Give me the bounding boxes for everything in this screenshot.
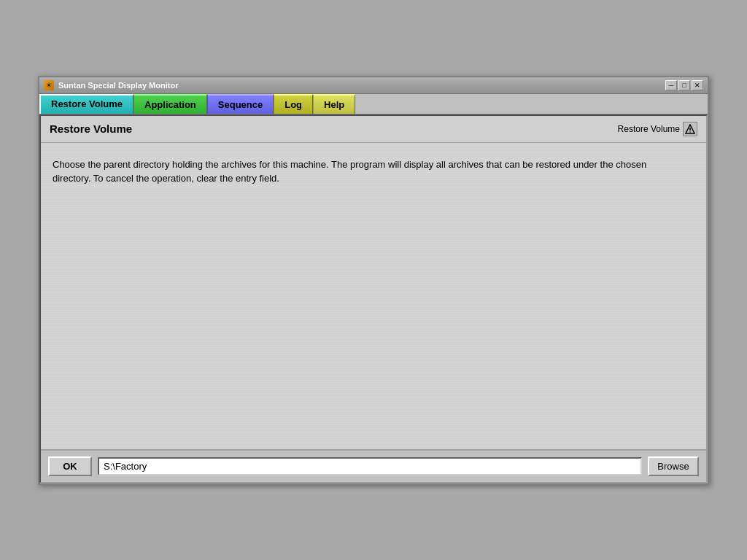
close-button[interactable]: ✕ <box>692 80 703 90</box>
title-controls: ─ □ ✕ <box>665 80 703 90</box>
main-window: ☀ Suntan Special Display Monitor ─ □ ✕ R… <box>38 76 709 485</box>
header-right: Restore Volume <box>618 122 697 136</box>
header-icon <box>683 122 697 136</box>
browse-button[interactable]: Browse <box>648 456 699 476</box>
content-title: Restore Volume <box>50 122 132 135</box>
ok-button[interactable]: OK <box>48 456 92 476</box>
content-area: Restore Volume Restore Volume Choose the… <box>39 114 708 483</box>
title-bar-left: ☀ Suntan Special Display Monitor <box>44 80 178 90</box>
content-header: Restore Volume Restore Volume <box>41 116 706 143</box>
app-icon: ☀ <box>44 80 54 90</box>
description-text: Choose the parent directory holding the … <box>53 158 680 186</box>
window-title: Suntan Special Display Monitor <box>58 81 178 90</box>
svg-point-2 <box>689 131 691 133</box>
header-right-label: Restore Volume <box>618 124 680 134</box>
tab-sequence[interactable]: Sequence <box>207 94 274 114</box>
tab-restore-volume[interactable]: Restore Volume <box>39 94 133 114</box>
path-input[interactable] <box>98 457 642 475</box>
menu-bar: Restore Volume Application Sequence Log … <box>39 94 708 114</box>
tab-application[interactable]: Application <box>133 94 207 114</box>
main-content: Choose the parent directory holding the … <box>41 143 706 449</box>
bottom-bar: OK Browse <box>41 449 706 482</box>
restore-button[interactable]: □ <box>678 80 690 90</box>
minimize-button[interactable]: ─ <box>665 80 677 90</box>
tab-help[interactable]: Help <box>313 94 355 114</box>
tab-log[interactable]: Log <box>274 94 313 114</box>
title-bar: ☀ Suntan Special Display Monitor ─ □ ✕ <box>39 77 708 94</box>
